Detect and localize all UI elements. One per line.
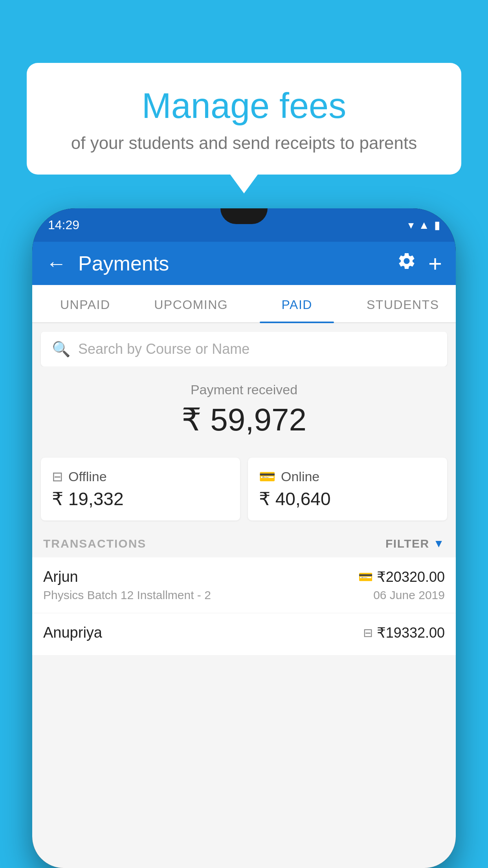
- transaction-date: 06 June 2019: [373, 588, 445, 602]
- card-icon: 💳: [358, 570, 373, 584]
- bubble-subtitle: of your students and send receipts to pa…: [46, 133, 442, 153]
- app-header: ← Payments +: [32, 242, 456, 285]
- phone-frame: 14:29 ▾ ▲ ▮ ← Payments + UNPAID UPCOMING…: [32, 208, 456, 868]
- payment-cards: ⊟ Offline ₹ 19,332 💳 Online ₹ 40,640: [41, 458, 447, 520]
- tab-unpaid[interactable]: UNPAID: [32, 285, 138, 322]
- online-card: 💳 Online ₹ 40,640: [248, 458, 447, 520]
- search-bar[interactable]: 🔍 Search by Course or Name: [41, 332, 447, 366]
- settings-icon[interactable]: [397, 251, 416, 276]
- offline-label: Offline: [68, 469, 107, 484]
- speech-bubble: Manage fees of your students and send re…: [27, 63, 461, 175]
- status-icons: ▾ ▲ ▮: [408, 219, 440, 232]
- online-label: Online: [281, 469, 319, 484]
- transactions-label: TRANSACTIONS: [43, 537, 146, 550]
- filter-label: FILTER: [385, 537, 429, 550]
- search-input[interactable]: Search by Course or Name: [78, 341, 250, 357]
- transaction-detail: Physics Batch 12 Installment - 2: [43, 588, 211, 602]
- transaction-amount: ₹19332.00: [377, 625, 445, 641]
- phone-content: 🔍 Search by Course or Name Payment recei…: [32, 323, 456, 868]
- status-time: 14:29: [48, 218, 79, 232]
- offline-icon: ⊟: [52, 469, 63, 484]
- add-icon[interactable]: +: [428, 250, 442, 277]
- transaction-amount: ₹20320.00: [377, 569, 445, 585]
- payment-summary: Payment received ₹ 59,972: [32, 366, 456, 450]
- header-icons: +: [397, 250, 442, 277]
- wifi-icon: ▾: [408, 219, 414, 232]
- search-icon: 🔍: [52, 340, 70, 358]
- page-title: Payments: [78, 252, 385, 275]
- battery-icon: ▮: [434, 219, 440, 232]
- payment-total-amount: ₹ 59,972: [32, 401, 456, 438]
- transaction-name: Arjun: [43, 568, 78, 585]
- filter-icon: ▼: [433, 537, 445, 550]
- offline-amount: ₹ 19,332: [52, 488, 229, 509]
- signal-icon: ▲: [418, 219, 429, 232]
- online-icon: 💳: [259, 469, 275, 484]
- transactions-header: TRANSACTIONS FILTER ▼: [32, 528, 456, 557]
- transaction-name: Anupriya: [43, 624, 102, 641]
- transaction-row[interactable]: Anupriya ⊟ ₹19332.00: [32, 613, 456, 656]
- back-button[interactable]: ←: [46, 252, 66, 275]
- offline-card: ⊟ Offline ₹ 19,332: [41, 458, 240, 520]
- phone-notch: [220, 208, 268, 224]
- bubble-title: Manage fees: [46, 86, 442, 125]
- status-bar: 14:29 ▾ ▲ ▮: [32, 208, 456, 242]
- tab-paid[interactable]: PAID: [244, 285, 350, 322]
- tabs-bar: UNPAID UPCOMING PAID STUDENTS: [32, 285, 456, 323]
- cash-icon: ⊟: [363, 626, 373, 640]
- tab-upcoming[interactable]: UPCOMING: [138, 285, 244, 322]
- transaction-row[interactable]: Arjun 💳 ₹20320.00 Physics Batch 12 Insta…: [32, 557, 456, 613]
- payment-received-label: Payment received: [32, 382, 456, 397]
- filter-button[interactable]: FILTER ▼: [385, 537, 445, 550]
- tab-students[interactable]: STUDENTS: [350, 285, 456, 322]
- online-amount: ₹ 40,640: [259, 488, 436, 509]
